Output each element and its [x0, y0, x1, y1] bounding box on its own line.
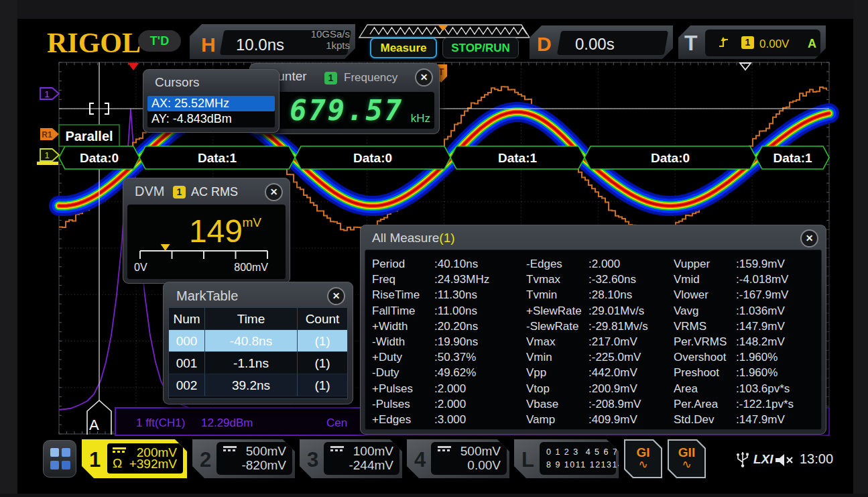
bus-segment-label: Data:1	[498, 151, 538, 165]
measure-value: :-122.1pv*s	[736, 396, 821, 412]
channel-2-button[interactable]: 2 500mV -820mV	[192, 439, 295, 478]
counter-channel-badge: 1	[324, 72, 337, 85]
all-measure-grid: Period:40.10ns-Edges:2.000Vupper:159.9mV…	[365, 250, 822, 430]
channel-1-offset: +392mV	[129, 457, 177, 472]
gen1-button[interactable]: GI∿	[624, 439, 662, 478]
mark-cell[interactable]: 000	[169, 330, 205, 352]
measure-label: Tvmax	[526, 272, 588, 287]
mark-cell[interactable]: (1)	[298, 374, 347, 396]
cursor-ax-value: AX: 25.52MHz	[147, 96, 275, 111]
measure-label: Period	[372, 256, 434, 272]
measure-value: :103.6pv*s	[736, 381, 821, 396]
measure-label: Vlower	[674, 287, 736, 302]
channel-1-impedance: Ω	[113, 456, 122, 471]
cursors-panel[interactable]: Cursors AX: 25.52MHz AY: -4.843dBm	[143, 69, 280, 133]
bus-segment[interactable]: Data:0	[59, 146, 139, 169]
measure-label: FallTime	[372, 303, 434, 319]
measure-label: Overshoot	[674, 349, 736, 365]
counter-readout: 679.57 kHz	[255, 92, 434, 129]
fft-source-label: 1 fft(CH1)	[136, 417, 185, 429]
all-measure-title: All Measure(1)	[372, 231, 455, 245]
mark-cell[interactable]: (1)	[298, 330, 347, 352]
all-measure-close-button[interactable]: ✕	[800, 229, 818, 247]
timebase-value: 10.0ns	[236, 36, 284, 54]
bus-position-marker[interactable]: 1	[44, 89, 49, 99]
measure-label: Area	[674, 381, 736, 396]
bus-segment[interactable]: Data:0	[295, 146, 450, 169]
measure-label: Vavg	[674, 303, 736, 319]
channel-1-values: Ω 200mV +392mV	[106, 442, 184, 475]
cursor-position-marker[interactable]	[740, 63, 751, 70]
trigger-sweep-mode: A	[808, 37, 816, 51]
dvm-readout: 149 mV 0V 800mV	[127, 205, 286, 279]
measure-value: :11.00ns	[434, 303, 526, 319]
marktable-close-button[interactable]: ✕	[327, 287, 345, 305]
menu-button[interactable]	[43, 440, 76, 478]
dvm-scale	[139, 244, 273, 262]
menu-icon	[62, 461, 70, 470]
dvm-scale-marker	[161, 244, 170, 251]
marktable-panel[interactable]: MarkTable ✕ Num Time Count 000 -40.8ns (…	[163, 282, 353, 404]
measure-label: Per.Area	[674, 396, 736, 412]
gen2-button[interactable]: GII∿	[668, 439, 706, 478]
cursors-values: AX: 25.52MHz AY: -4.843dBm	[147, 96, 275, 127]
measure-value: :1.960%	[736, 349, 821, 365]
measure-value: :217.0mV	[588, 334, 674, 349]
mark-position-marker[interactable]	[128, 63, 139, 70]
bus-segment[interactable]: Data:1	[139, 146, 295, 169]
measure-label: Vtop	[526, 381, 588, 396]
dvm-panel[interactable]: DVM 1 AC RMS ✕ 149 mV 0V 800mV	[123, 178, 290, 284]
delay-value: 0.00s	[575, 35, 615, 54]
channel-4-number: 4	[414, 448, 426, 472]
channel-3-button[interactable]: 3 100mV -244mV	[300, 439, 402, 478]
counter-close-button[interactable]: ✕	[415, 68, 433, 87]
reference-position-marker[interactable]: R1	[42, 130, 52, 140]
channel-1-position-marker[interactable]: 1	[44, 150, 49, 160]
channel-2-offset: -820mV	[241, 458, 286, 473]
dc-coupling-icon	[113, 447, 126, 454]
mark-cell[interactable]: 002	[169, 374, 205, 396]
rigol-logo: RIGOL	[47, 27, 141, 59]
measure-value: :200.9mV	[588, 381, 674, 396]
stop-run-button[interactable]: STOP/RUN	[442, 38, 519, 58]
waveform-preview-strip[interactable]	[359, 25, 530, 38]
bus-segment-label: Data:0	[80, 151, 119, 165]
dc-coupling-icon	[223, 446, 237, 453]
bus-segment[interactable]: Data:1	[450, 146, 584, 169]
channel-2-scale: 500mV	[246, 444, 286, 459]
dvm-close-button[interactable]: ✕	[265, 183, 283, 201]
dvm-unit: mV	[243, 215, 262, 230]
channel-4-offset: 0.00V	[467, 458, 501, 473]
measure-value: :148.2mV	[736, 334, 821, 349]
mark-cell[interactable]: -40.8ns	[205, 330, 298, 352]
bus-segment-label: Data:0	[651, 151, 690, 165]
measure-label: +Pulses	[372, 381, 434, 396]
bus-name-label[interactable]: Parallel	[59, 125, 119, 146]
measure-value: :20.20ns	[434, 319, 526, 334]
bus-segment[interactable]: Data:1	[756, 146, 829, 169]
speaker-muted-icon	[773, 452, 796, 468]
counter-value: 679.57	[290, 94, 404, 127]
measure-value: :-29.81Mv/s	[588, 319, 674, 334]
mark-cell[interactable]: 39.2ns	[205, 374, 298, 396]
measure-value: :3.000	[434, 412, 526, 427]
mark-cell[interactable]: 001	[169, 352, 205, 374]
channel-1-button[interactable]: 1 Ω 200mV +392mV	[82, 439, 187, 478]
measure-button[interactable]: Measure	[370, 38, 437, 58]
cursors-title: Cursors	[155, 75, 200, 90]
measure-label: Preshoot	[674, 365, 736, 380]
menu-icon	[50, 461, 59, 470]
all-measure-panel[interactable]: All Measure(1) ✕ Period:40.10ns-Edges:2.…	[360, 225, 826, 435]
measure-label: +Duty	[372, 349, 434, 365]
mark-cell[interactable]: -1.1ns	[205, 352, 298, 374]
marktable-title: MarkTable	[176, 288, 238, 304]
mark-cell[interactable]: (1)	[298, 352, 347, 374]
channel-4-button[interactable]: 4 500mV 0.00V	[407, 439, 509, 478]
counter-unit: kHz	[411, 112, 430, 125]
logic-analyzer-button[interactable]: L 0 1 2 3 4 5 6 7 8 9 1011 12131415	[514, 439, 619, 478]
channel-3-offset: -244mV	[349, 458, 393, 473]
memory-depth: 1kpts	[288, 40, 350, 51]
bus-segment[interactable]: Data:0	[584, 146, 756, 169]
mark-col-time: Time	[205, 308, 298, 330]
sine-wave-icon: ∿	[669, 459, 704, 470]
